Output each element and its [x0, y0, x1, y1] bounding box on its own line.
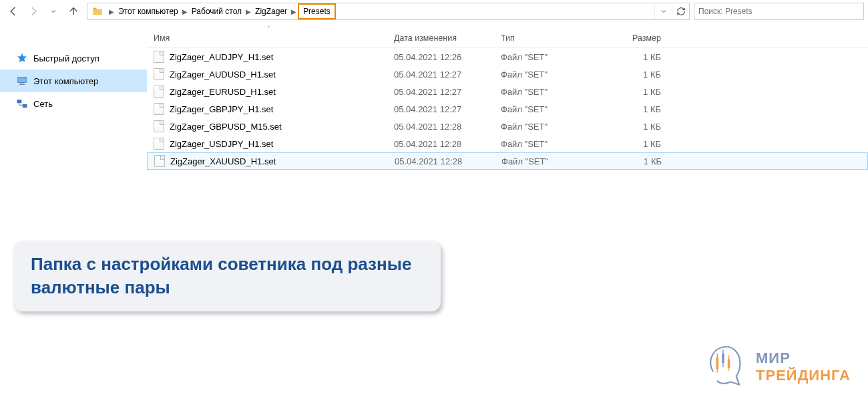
- refresh-button[interactable]: [672, 3, 689, 19]
- chevron-right-icon[interactable]: ▶: [107, 8, 116, 15]
- sidebar-item-label: Сеть: [33, 99, 53, 109]
- file-date: 05.04.2021 12:28: [388, 156, 495, 166]
- nav-forward-button[interactable]: [24, 2, 43, 21]
- breadcrumb-item[interactable]: Этот компьютер: [116, 3, 181, 19]
- file-date: 05.04.2021 12:27: [387, 104, 494, 114]
- watermark-logo: МИР ТРЕЙДИНГА: [700, 343, 851, 391]
- column-header-date[interactable]: Дата изменения: [387, 33, 494, 43]
- pc-icon: [16, 75, 28, 87]
- file-row[interactable]: ZigZager_AUDUSD_H1.set05.04.2021 12:27Фа…: [147, 65, 868, 83]
- file-row[interactable]: ZigZager_AUDJPY_H1.set05.04.2021 12:26Фа…: [147, 48, 868, 65]
- file-date: 05.04.2021 12:27: [387, 87, 494, 97]
- column-header-name[interactable]: Имя: [147, 33, 387, 43]
- watermark-text: МИР ТРЕЙДИНГА: [756, 350, 851, 384]
- sidebar-item-label: Этот компьютер: [33, 76, 98, 86]
- file-size: 1 КБ: [594, 104, 674, 114]
- file-icon: [154, 86, 164, 98]
- breadcrumb-item[interactable]: ZigZager: [252, 3, 290, 19]
- file-date: 05.04.2021 12:28: [387, 122, 494, 132]
- breadcrumb-item[interactable]: Рабочий стол: [189, 3, 244, 19]
- svg-rect-5: [23, 104, 27, 108]
- file-icon: [154, 103, 164, 115]
- svg-rect-2: [20, 84, 24, 85]
- head-candlestick-icon: [700, 343, 748, 391]
- nav-back-button[interactable]: [4, 2, 23, 21]
- file-name: ZigZager_GBPUSD_M15.set: [170, 122, 282, 132]
- star-icon: [16, 52, 28, 64]
- file-name: ZigZager_AUDUSD_H1.set: [170, 70, 276, 80]
- annotation-callout: Папка с настройками советника под разные…: [13, 241, 441, 311]
- watermark-line2: ТРЕЙДИНГА: [756, 367, 851, 384]
- file-type: Файл "SET": [494, 122, 594, 132]
- file-type: Файл "SET": [494, 139, 594, 149]
- sort-indicator-icon: ˄: [267, 25, 270, 32]
- nav-up-button[interactable]: [64, 2, 83, 21]
- file-row[interactable]: ZigZager_EURUSD_H1.set05.04.2021 12:27Фа…: [147, 83, 868, 100]
- breadcrumb: Этот компьютер ▶ Рабочий стол ▶ ZigZager…: [116, 3, 654, 19]
- search-field[interactable]: [698, 7, 859, 16]
- recent-locations-button[interactable]: [44, 2, 63, 21]
- file-name: ZigZager_USDJPY_H1.set: [170, 139, 273, 149]
- folder-icon: [91, 5, 103, 17]
- file-size: 1 КБ: [594, 87, 674, 97]
- search-input[interactable]: [694, 3, 864, 20]
- file-type: Файл "SET": [494, 70, 594, 80]
- file-size: 1 КБ: [595, 156, 675, 166]
- network-icon: [16, 98, 28, 110]
- file-size: 1 КБ: [594, 52, 674, 62]
- file-date: 05.04.2021 12:27: [387, 70, 494, 80]
- breadcrumb-item-current[interactable]: Presets: [298, 3, 336, 19]
- address-dropdown-button[interactable]: [654, 3, 672, 19]
- file-date: 05.04.2021 12:28: [387, 139, 494, 149]
- file-name: ZigZager_GBPJPY_H1.set: [170, 104, 273, 114]
- file-icon: [154, 68, 164, 80]
- file-name: ZigZager_XAUUSD_H1.set: [170, 156, 276, 166]
- sidebar-item-this-pc[interactable]: Этот компьютер: [0, 70, 147, 92]
- file-icon: [154, 51, 164, 63]
- file-row[interactable]: ZigZager_XAUUSD_H1.set05.04.2021 12:28Фа…: [147, 152, 868, 170]
- file-date: 05.04.2021 12:26: [387, 52, 494, 62]
- file-type: Файл "SET": [494, 104, 594, 114]
- file-type: Файл "SET": [494, 52, 594, 62]
- file-type: Файл "SET": [494, 87, 594, 97]
- svg-rect-1: [18, 78, 26, 83]
- file-rows: ZigZager_AUDJPY_H1.set05.04.2021 12:26Фа…: [147, 48, 868, 170]
- file-row[interactable]: ZigZager_USDJPY_H1.set05.04.2021 12:28Фа…: [147, 135, 868, 152]
- chevron-right-icon[interactable]: ▶: [181, 8, 189, 15]
- sidebar-item-label: Быстрый доступ: [33, 53, 99, 63]
- column-header-size[interactable]: Размер: [594, 33, 674, 43]
- svg-rect-3: [19, 84, 25, 85]
- file-row[interactable]: ZigZager_GBPUSD_M15.set05.04.2021 12:28Ф…: [147, 118, 868, 135]
- sidebar-item-network[interactable]: Сеть: [0, 92, 147, 115]
- chevron-right-icon[interactable]: ▶: [290, 8, 298, 15]
- file-size: 1 КБ: [594, 139, 674, 149]
- file-name: ZigZager_EURUSD_H1.set: [170, 87, 276, 97]
- file-type: Файл "SET": [495, 156, 595, 166]
- file-name: ZigZager_AUDJPY_H1.set: [170, 52, 273, 62]
- file-size: 1 КБ: [594, 122, 674, 132]
- file-icon: [154, 138, 164, 150]
- toolbar: ▶ Этот компьютер ▶ Рабочий стол ▶ ZigZag…: [0, 0, 868, 23]
- address-bar[interactable]: ▶ Этот компьютер ▶ Рабочий стол ▶ ZigZag…: [87, 3, 690, 20]
- navigation-sidebar: Быстрый доступ Этот компьютер Сеть: [0, 23, 147, 403]
- file-size: 1 КБ: [594, 70, 674, 80]
- column-header-type[interactable]: Тип: [494, 33, 594, 43]
- file-icon: [154, 155, 165, 167]
- file-icon: [154, 120, 164, 132]
- file-row[interactable]: ZigZager_GBPJPY_H1.set05.04.2021 12:27Фа…: [147, 100, 868, 118]
- chevron-right-icon[interactable]: ▶: [244, 8, 252, 15]
- sidebar-item-quick-access[interactable]: Быстрый доступ: [0, 47, 147, 70]
- column-headers: Имя ˄ Дата изменения Тип Размер: [147, 28, 868, 48]
- watermark-line1: МИР: [756, 350, 851, 367]
- svg-rect-4: [17, 100, 22, 103]
